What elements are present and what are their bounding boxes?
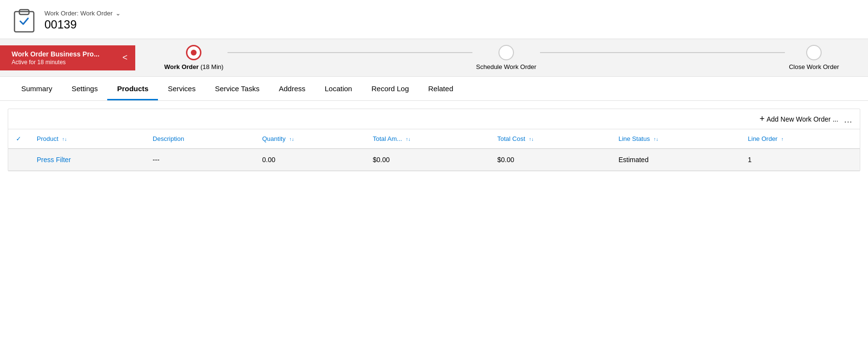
sort-icon-total-cost: ↑↓ [529, 137, 534, 142]
products-table-container: + Add New Work Order ... ... ✓ Product ↑… [8, 109, 860, 171]
step-connector-2 [540, 52, 785, 53]
row-quantity: 0.00 [255, 149, 365, 171]
process-stage-subtitle: Active for 18 minutes [12, 59, 100, 66]
select-all-checkbox[interactable]: ✓ [8, 129, 29, 149]
col-total-cost[interactable]: Total Cost ↑↓ [489, 129, 611, 149]
row-total-cost: $0.00 [489, 149, 611, 171]
process-step-work-order[interactable]: Work Order (18 Min) [164, 45, 224, 70]
tab-service-tasks[interactable]: Service Tasks [205, 77, 269, 100]
tab-record-log[interactable]: Record Log [362, 77, 419, 100]
breadcrumb[interactable]: Work Order: Work Order ⌄ [44, 10, 121, 17]
tab-summary[interactable]: Summary [12, 77, 62, 100]
tab-products[interactable]: Products [107, 77, 158, 100]
process-bar: Work Order Business Pro... Active for 18… [0, 39, 868, 77]
sort-icon-product: ↑↓ [62, 137, 67, 142]
step-connector-1 [228, 52, 472, 53]
step-circle-3 [806, 45, 822, 60]
table-row: Press Filter --- 0.00 $0.00 $0.00 Estima… [8, 149, 860, 171]
step-label-2: Schedule Work Order [476, 63, 537, 70]
row-checkbox[interactable] [8, 149, 29, 171]
chevron-down-icon: ⌄ [115, 10, 121, 17]
row-total-amount: $0.00 [365, 149, 490, 171]
content-area: + Add New Work Order ... ... ✓ Product ↑… [0, 101, 868, 179]
header-title-block: Work Order: Work Order ⌄ 00139 [44, 10, 121, 31]
col-line-status[interactable]: Line Status ↑↓ [611, 129, 740, 149]
record-number: 00139 [44, 18, 121, 31]
tab-location[interactable]: Location [315, 77, 362, 100]
breadcrumb-text: Work Order: Work Order [44, 10, 113, 17]
tab-related[interactable]: Related [419, 77, 463, 100]
process-step-close[interactable]: Close Work Order [789, 45, 839, 70]
collapse-icon[interactable]: < [122, 53, 128, 63]
tabs-bar: Summary Settings Products Services Servi… [0, 77, 868, 101]
row-description: --- [145, 149, 255, 171]
col-product[interactable]: Product ↑↓ [29, 129, 145, 149]
sort-icon-total-amount: ↑↓ [406, 137, 411, 142]
sort-icon-quantity: ↑↓ [289, 137, 294, 142]
add-new-work-order-button[interactable]: + Add New Work Order ... [759, 114, 838, 124]
process-step-schedule[interactable]: Schedule Work Order [476, 45, 537, 70]
sort-icon-line-order: ↑ [781, 137, 783, 142]
app-icon [12, 8, 37, 33]
col-total-amount[interactable]: Total Am... ↑↓ [365, 129, 490, 149]
tab-services[interactable]: Services [158, 77, 205, 100]
row-product[interactable]: Press Filter [29, 149, 145, 171]
process-left-text: Work Order Business Pro... Active for 18… [12, 50, 100, 66]
col-quantity[interactable]: Quantity ↑↓ [255, 129, 365, 149]
process-left-panel: Work Order Business Pro... Active for 18… [0, 45, 135, 70]
tab-address[interactable]: Address [269, 77, 315, 100]
col-description[interactable]: Description [145, 129, 255, 149]
table-toolbar: + Add New Work Order ... ... [8, 109, 860, 129]
checkmark-icon: ✓ [16, 135, 21, 142]
step-label-3: Close Work Order [789, 63, 839, 70]
step-circle-1 [186, 45, 201, 60]
more-options-button[interactable]: ... [844, 114, 852, 124]
tab-settings[interactable]: Settings [62, 77, 107, 100]
row-line-order: 1 [740, 149, 860, 171]
sort-icon-line-status: ↑↓ [654, 137, 658, 142]
col-line-order[interactable]: Line Order ↑ [740, 129, 860, 149]
table-header-row: ✓ Product ↑↓ Description Quantity ↑↓ Tot [8, 129, 860, 149]
header: Work Order: Work Order ⌄ 00139 [0, 0, 868, 39]
step-circle-2 [498, 45, 514, 60]
add-button-label: Add New Work Order ... [767, 115, 838, 123]
products-table: ✓ Product ↑↓ Description Quantity ↑↓ Tot [8, 129, 860, 171]
process-stage-title: Work Order Business Pro... [12, 50, 100, 58]
plus-icon: + [759, 114, 765, 124]
process-steps: Work Order (18 Min) Schedule Work Order … [135, 45, 868, 70]
step-label-1: Work Order (18 Min) [164, 63, 224, 70]
row-line-status: Estimated [611, 149, 740, 171]
